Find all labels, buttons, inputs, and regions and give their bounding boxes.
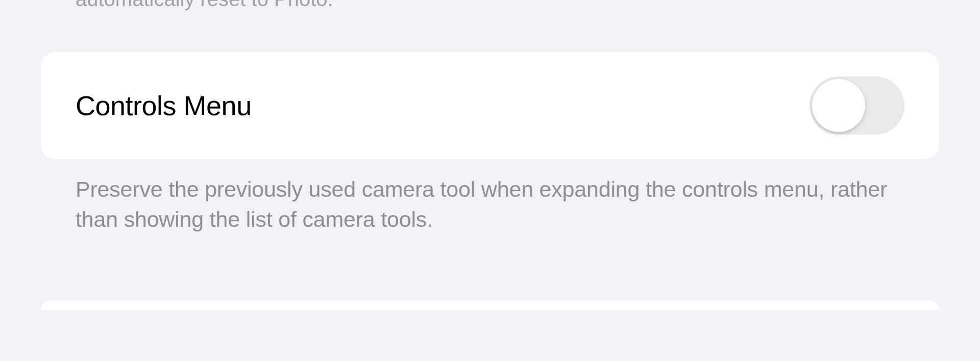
next-setting-card-top [41,300,939,311]
toggle-knob [812,79,865,132]
controls-menu-label: Controls Menu [76,90,252,121]
controls-menu-toggle[interactable] [810,76,904,135]
controls-menu-description: Preserve the previously used camera tool… [41,159,939,235]
controls-menu-setting-row: Controls Menu [41,52,939,159]
previous-setting-description-truncated: automatically reset to Photo. [41,0,939,12]
